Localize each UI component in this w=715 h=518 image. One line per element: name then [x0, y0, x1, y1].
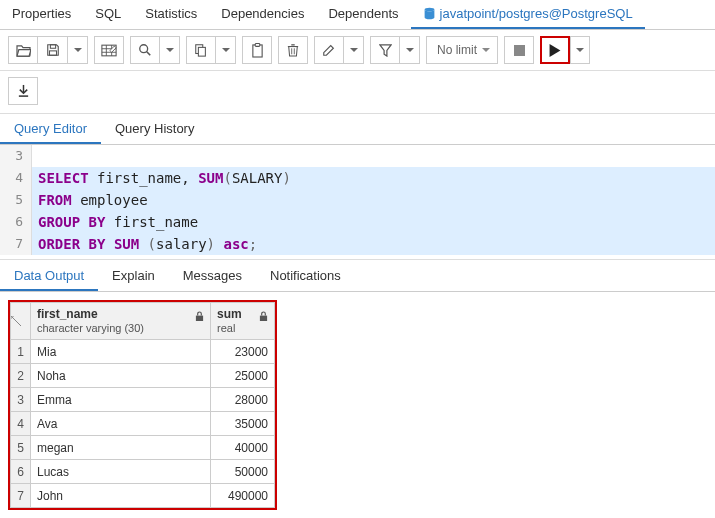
col-type: character varying (30)	[37, 322, 144, 334]
cell-sum[interactable]: 35000	[211, 412, 275, 436]
svg-rect-11	[198, 47, 205, 56]
execute-highlight	[540, 36, 570, 64]
line-number: 5	[0, 189, 32, 211]
table-row[interactable]: 4Ava35000	[11, 412, 275, 436]
table-row[interactable]: 2Noha25000	[11, 364, 275, 388]
row-number: 2	[11, 364, 31, 388]
cell-first-name[interactable]: Mia	[31, 340, 211, 364]
svg-rect-2	[49, 51, 56, 55]
chevron-down-icon	[74, 48, 82, 56]
save-dropdown[interactable]	[68, 36, 88, 64]
tab-dependencies[interactable]: Dependencies	[209, 0, 316, 29]
table-row[interactable]: 5megan40000	[11, 436, 275, 460]
cell-first-name[interactable]: Noha	[31, 364, 211, 388]
lock-icon	[259, 311, 268, 322]
row-number: 4	[11, 412, 31, 436]
chevron-down-icon	[222, 48, 230, 56]
cell-first-name[interactable]: megan	[31, 436, 211, 460]
col-name: first_name	[37, 307, 204, 321]
cell-first-name[interactable]: Ava	[31, 412, 211, 436]
svg-line-9	[147, 52, 151, 56]
database-icon	[423, 7, 436, 20]
cell-sum[interactable]: 28000	[211, 388, 275, 412]
sql-editor[interactable]: 3 4SELECT first_name, SUM(SALARY) 5FROM …	[0, 145, 715, 255]
lock-icon	[195, 311, 204, 322]
tab-properties[interactable]: Properties	[0, 0, 83, 29]
filter-button[interactable]	[370, 36, 400, 64]
chevron-down-icon	[406, 48, 414, 56]
cell-sum[interactable]: 40000	[211, 436, 275, 460]
row-number: 5	[11, 436, 31, 460]
download-button[interactable]	[8, 77, 38, 105]
tab-messages[interactable]: Messages	[169, 260, 256, 291]
result-grid: first_name character varying (30) sum re…	[10, 302, 275, 508]
col-first-name[interactable]: first_name character varying (30)	[31, 303, 211, 340]
open-file-button[interactable]	[8, 36, 38, 64]
filter-dropdown[interactable]	[400, 36, 420, 64]
svg-rect-21	[196, 316, 203, 321]
cell-first-name[interactable]: John	[31, 484, 211, 508]
svg-point-8	[140, 45, 148, 53]
row-number: 6	[11, 460, 31, 484]
svg-rect-18	[514, 45, 525, 56]
tab-sql[interactable]: SQL	[83, 0, 133, 29]
tab-query-editor[interactable]: Query Editor	[0, 114, 101, 144]
copy-button[interactable]	[186, 36, 216, 64]
tab-notifications[interactable]: Notifications	[256, 260, 355, 291]
svg-rect-13	[255, 43, 260, 46]
row-number: 1	[11, 340, 31, 364]
line-number: 4	[0, 167, 32, 189]
tab-query-history[interactable]: Query History	[101, 114, 208, 144]
cell-sum[interactable]: 490000	[211, 484, 275, 508]
tab-dependents[interactable]: Dependents	[316, 0, 410, 29]
save-button[interactable]	[38, 36, 68, 64]
result-grid-area: first_name character varying (30) sum re…	[0, 292, 715, 513]
tab-connection[interactable]: javatpoint/postgres@PostgreSQL	[411, 0, 645, 29]
tab-explain[interactable]: Explain	[98, 260, 169, 291]
col-sum[interactable]: sum real	[211, 303, 275, 340]
edit-grid-button[interactable]	[94, 36, 124, 64]
line-number: 7	[0, 233, 32, 255]
col-type: real	[217, 322, 235, 334]
copy-dropdown[interactable]	[216, 36, 236, 64]
row-number: 7	[11, 484, 31, 508]
rownum-header[interactable]	[11, 303, 31, 340]
limit-select[interactable]: No limit	[426, 36, 498, 64]
cell-sum[interactable]: 25000	[211, 364, 275, 388]
cell-first-name[interactable]: Emma	[31, 388, 211, 412]
cell-sum[interactable]: 50000	[211, 460, 275, 484]
query-tab-bar: Query Editor Query History	[0, 114, 715, 145]
toolbar-row2	[0, 71, 715, 114]
row-number: 3	[11, 388, 31, 412]
table-row[interactable]: 3Emma28000	[11, 388, 275, 412]
result-tab-bar: Data Output Explain Messages Notificatio…	[0, 260, 715, 292]
chevron-down-icon	[166, 48, 174, 56]
line-number: 6	[0, 211, 32, 233]
chevron-down-icon	[576, 48, 584, 56]
toolbar: No limit	[0, 30, 715, 71]
tab-data-output[interactable]: Data Output	[0, 260, 98, 291]
cell-first-name[interactable]: Lucas	[31, 460, 211, 484]
chevron-down-icon	[350, 48, 358, 56]
edit-dropdown[interactable]	[344, 36, 364, 64]
execute-button[interactable]	[542, 38, 568, 62]
execute-dropdown[interactable]	[570, 36, 590, 64]
svg-rect-22	[260, 316, 267, 321]
line-number: 3	[0, 145, 32, 167]
stop-button[interactable]	[504, 36, 534, 64]
result-highlight: first_name character varying (30) sum re…	[8, 300, 277, 510]
table-row[interactable]: 1Mia23000	[11, 340, 275, 364]
panel-tabs: Properties SQL Statistics Dependencies D…	[0, 0, 715, 30]
cell-sum[interactable]: 23000	[211, 340, 275, 364]
connection-label: javatpoint/postgres@PostgreSQL	[440, 6, 633, 21]
find-dropdown[interactable]	[160, 36, 180, 64]
svg-point-0	[424, 8, 434, 12]
table-row[interactable]: 6Lucas50000	[11, 460, 275, 484]
table-row[interactable]: 7John490000	[11, 484, 275, 508]
delete-button[interactable]	[278, 36, 308, 64]
edit-button[interactable]	[314, 36, 344, 64]
paste-button[interactable]	[242, 36, 272, 64]
tab-statistics[interactable]: Statistics	[133, 0, 209, 29]
find-button[interactable]	[130, 36, 160, 64]
